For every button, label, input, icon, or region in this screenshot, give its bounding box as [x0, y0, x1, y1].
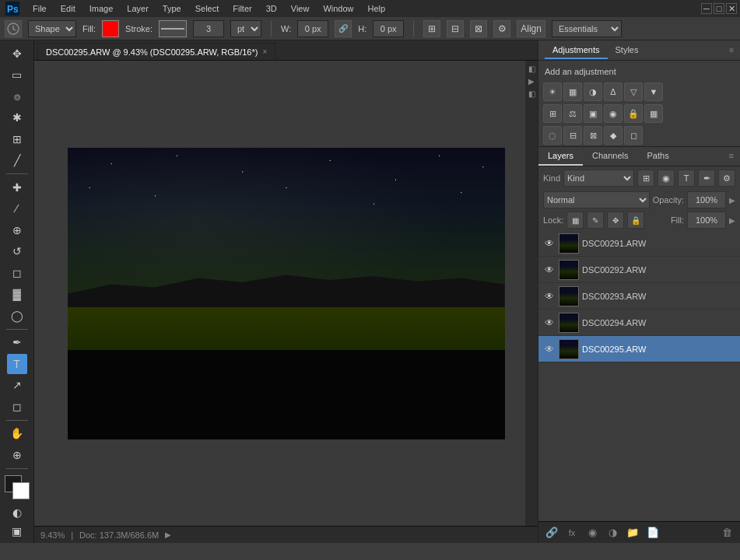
menu-help[interactable]: Help: [362, 2, 392, 15]
fill-color-swatch[interactable]: [102, 20, 119, 37]
layer-item[interactable]: 👁DSC00292.ARW: [538, 257, 740, 283]
clone-tool[interactable]: ⊕: [7, 220, 27, 240]
selective-color-icon[interactable]: ◆: [604, 126, 623, 145]
new-layer-icon[interactable]: 📄: [644, 524, 661, 541]
opacity-arrow-icon[interactable]: ▶: [729, 196, 735, 205]
path-arrangement-icon[interactable]: ⊠: [470, 20, 487, 37]
toggle-other-icon[interactable]: ◧: [527, 89, 536, 98]
menu-window[interactable]: Window: [317, 2, 359, 15]
color-swatches[interactable]: [5, 475, 30, 499]
layer-item[interactable]: 👁DSC00293.ARW: [538, 283, 740, 310]
layers-collapse-icon[interactable]: ≡: [723, 147, 740, 166]
status-arrow-button[interactable]: ▶: [165, 530, 171, 539]
gradient-tool[interactable]: ▓: [7, 285, 27, 305]
color-lookup-icon[interactable]: 🔒: [624, 104, 643, 123]
layer-effects-icon[interactable]: fx: [563, 524, 580, 541]
tab-channels[interactable]: Channels: [583, 147, 637, 166]
crop-tool[interactable]: ⊞: [7, 129, 27, 149]
layer-visibility-toggle[interactable]: 👁: [543, 343, 556, 355]
width-input[interactable]: [297, 20, 328, 37]
fill-arrow-icon[interactable]: ▶: [729, 216, 735, 225]
height-input[interactable]: [373, 20, 404, 37]
screen-mode-toggle[interactable]: ▣: [9, 523, 26, 540]
gear-icon[interactable]: ⚙: [493, 20, 510, 37]
add-mask-icon[interactable]: ◉: [584, 524, 601, 541]
stroke-unit-select[interactable]: pt: [230, 20, 261, 37]
black-white-icon[interactable]: ⚖: [563, 104, 582, 123]
curves-icon[interactable]: ◑: [584, 82, 602, 101]
stroke-width-input[interactable]: [193, 20, 224, 37]
shape-tool[interactable]: ◻: [7, 397, 27, 417]
lock-transform-icon[interactable]: ✥: [607, 212, 624, 229]
marquee-tool[interactable]: ▭: [7, 65, 27, 86]
adjustments-collapse-icon[interactable]: ≡: [729, 46, 734, 54]
link-dimensions-icon[interactable]: 🔗: [335, 20, 352, 37]
layer-visibility-toggle[interactable]: 👁: [543, 290, 556, 303]
layer-item[interactable]: 👁DSC00294.ARW: [538, 310, 740, 336]
text-tool[interactable]: T: [7, 354, 27, 374]
channel-mixer-icon[interactable]: ◉: [604, 104, 623, 123]
pen-tool[interactable]: ✒: [7, 333, 27, 353]
dodge-tool[interactable]: ◯: [7, 306, 27, 326]
invert-icon[interactable]: ▦: [644, 104, 663, 123]
menu-select[interactable]: Select: [189, 2, 226, 15]
lock-position-icon[interactable]: ✎: [587, 212, 604, 229]
posterize-icon[interactable]: ◌: [543, 126, 562, 145]
workspace-select[interactable]: Essentials: [552, 20, 622, 37]
layer-filter-icon5[interactable]: ⚙: [718, 170, 735, 187]
tab-styles[interactable]: Styles: [608, 42, 647, 59]
eyedropper-tool[interactable]: ╱: [7, 151, 27, 171]
layer-item[interactable]: 👁DSC00295.ARW: [538, 336, 740, 362]
document-tab[interactable]: DSC00295.ARW @ 9.43% (DSC00295.ARW, RGB/…: [37, 43, 275, 60]
lock-all-icon[interactable]: 🔒: [627, 212, 644, 229]
tab-paths[interactable]: Paths: [638, 147, 679, 166]
brightness-contrast-icon[interactable]: ☀: [543, 82, 562, 101]
tab-close-button[interactable]: ×: [262, 47, 267, 56]
brush-tool[interactable]: ∕: [7, 199, 27, 219]
layer-visibility-toggle[interactable]: 👁: [543, 264, 556, 276]
path-operations-icon[interactable]: ⊞: [423, 20, 440, 37]
toggle-adjustments-icon[interactable]: ◧: [527, 64, 536, 73]
align-label[interactable]: Align: [517, 20, 545, 37]
canvas-scroll[interactable]: ◧ ▶ ◧: [34, 61, 538, 526]
hue-sat-icon[interactable]: ▼: [644, 82, 663, 101]
threshold-icon[interactable]: ⊟: [563, 126, 582, 145]
add-adjustment-icon[interactable]: ◑: [604, 524, 621, 541]
levels-icon[interactable]: ▦: [563, 82, 582, 101]
layer-visibility-toggle[interactable]: 👁: [543, 317, 556, 329]
layer-filter-icon2[interactable]: ◉: [658, 170, 675, 187]
delete-layer-icon[interactable]: 🗑: [718, 524, 735, 541]
tab-layers[interactable]: Layers: [538, 147, 583, 166]
menu-file[interactable]: File: [26, 2, 53, 15]
gradient-map-icon[interactable]: ⊠: [584, 126, 602, 145]
solid-color-icon[interactable]: ◻: [624, 126, 643, 145]
menu-edit[interactable]: Edit: [54, 2, 82, 15]
photo-filter-icon[interactable]: ▣: [584, 104, 602, 123]
menu-3d[interactable]: 3D: [260, 2, 283, 15]
menu-type[interactable]: Type: [156, 2, 188, 15]
healing-tool[interactable]: ✚: [7, 177, 27, 198]
path-select-tool[interactable]: ↗: [7, 376, 27, 396]
layer-filter-icon3[interactable]: T: [678, 170, 695, 187]
link-layers-icon[interactable]: 🔗: [543, 524, 560, 541]
kind-filter-select[interactable]: Kind: [563, 170, 634, 187]
tool-preset-picker[interactable]: [5, 20, 22, 37]
eraser-tool[interactable]: ◻: [7, 263, 27, 283]
stroke-style-picker[interactable]: [159, 20, 187, 37]
blend-mode-select[interactable]: Normal: [543, 191, 650, 208]
toggle-layers-icon[interactable]: ▶: [527, 76, 536, 86]
hand-tool[interactable]: ✋: [7, 424, 27, 444]
new-group-icon[interactable]: 📁: [624, 524, 641, 541]
layer-filter-icon1[interactable]: ⊞: [637, 170, 654, 187]
menu-filter[interactable]: Filter: [226, 2, 258, 15]
tab-adjustments[interactable]: Adjustments: [545, 42, 608, 59]
color-balance-icon[interactable]: ⊞: [543, 104, 562, 123]
history-brush-tool[interactable]: ↺: [7, 242, 27, 262]
maximize-button[interactable]: □: [714, 3, 724, 14]
minimize-button[interactable]: ─: [701, 3, 712, 14]
fill-input[interactable]: [687, 212, 726, 229]
move-tool[interactable]: ✥: [7, 44, 27, 64]
layer-visibility-toggle[interactable]: 👁: [543, 237, 556, 250]
menu-view[interactable]: View: [285, 2, 316, 15]
close-button[interactable]: ✕: [726, 3, 737, 14]
